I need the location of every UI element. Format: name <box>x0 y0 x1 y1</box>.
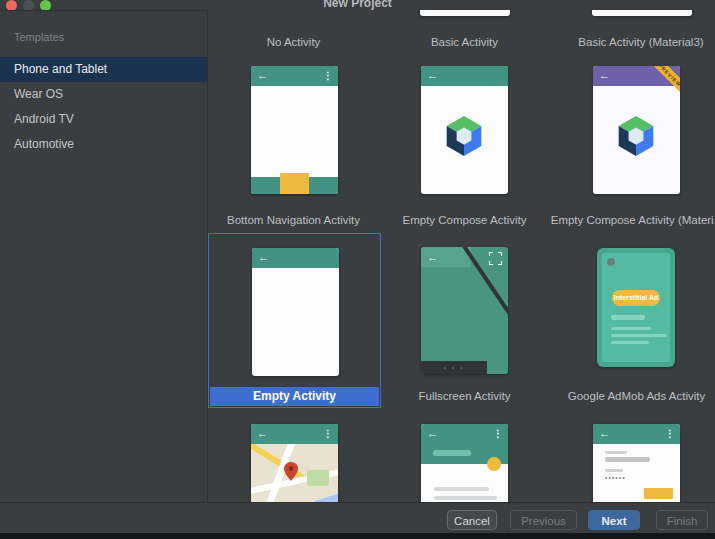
admob-avatar-dot <box>607 258 615 266</box>
bottom-navigation-activity-thumbnail[interactable]: ← ⋮ <box>251 66 338 194</box>
window-title: New Project <box>0 0 715 10</box>
kebab-menu-icon: ⋮ <box>493 427 503 440</box>
placeholder-line <box>605 457 650 462</box>
back-arrow-icon: ← <box>599 427 610 440</box>
minimize-traffic-light-icon[interactable] <box>23 0 34 11</box>
back-arrow-icon: ← <box>257 69 268 82</box>
new-project-dialog: New Project Templates Phone and Tablet W… <box>0 0 715 539</box>
placeholder-line <box>434 487 489 491</box>
empty-compose-activity-material3-thumbnail[interactable]: ← PREVIEW <box>593 66 680 194</box>
back-arrow-icon: ← <box>257 427 268 440</box>
empty-compose-activity-thumbnail[interactable]: ← <box>421 66 508 194</box>
placeholder-line <box>611 315 645 320</box>
finish-button[interactable]: Finish <box>656 510 708 530</box>
zoom-traffic-light-icon[interactable] <box>40 0 51 11</box>
sidebar-header: Templates <box>0 11 207 49</box>
placeholder-line <box>605 451 627 454</box>
close-traffic-light-icon[interactable] <box>6 0 17 11</box>
placeholder-line <box>611 341 649 344</box>
bottom-nav-selected-tab <box>280 173 309 194</box>
admob-screen: Interstitial Ad <box>602 253 670 362</box>
thumbnail-appbar: ← <box>421 66 508 86</box>
sidebar-item-phone-and-tablet[interactable]: Phone and Tablet <box>0 57 207 82</box>
placeholder-line <box>611 334 667 337</box>
template-grid: No Activity Basic Activity Basic Activit… <box>208 10 715 502</box>
templates-sidebar: Templates Phone and Tablet Wear OS Andro… <box>0 11 208 502</box>
cancel-button[interactable]: Cancel <box>447 510 497 530</box>
thumbnail-appbar: ← ⋮ <box>593 424 680 444</box>
template-label-fullscreen-activity[interactable]: Fullscreen Activity <box>379 390 550 402</box>
map-pin-icon <box>284 462 298 482</box>
fullscreen-icon <box>489 252 502 265</box>
kebab-menu-icon: ⋮ <box>665 427 675 440</box>
next-button[interactable]: Next <box>588 510 640 530</box>
title-placeholder-line <box>433 450 471 456</box>
back-arrow-icon: ← <box>427 251 438 264</box>
password-dots: •••••• <box>605 474 626 481</box>
fab-icon <box>487 457 501 471</box>
template-label-basic-activity[interactable]: Basic Activity <box>379 36 550 48</box>
fullscreen-activity-thumbnail[interactable]: ← • • • <box>421 247 508 374</box>
thumbnail-appbar: ← ⋮ <box>251 424 338 444</box>
interstitial-ad-badge: Interstitial Ad <box>612 290 660 306</box>
nav-dots: • • • <box>421 361 487 374</box>
scrolling-activity-thumbnail[interactable]: ← ⋮ <box>421 424 508 502</box>
placeholder-line <box>434 496 497 500</box>
sidebar-item-android-tv[interactable]: Android TV <box>0 107 207 132</box>
empty-activity-selected-cell[interactable]: ← Empty Activity <box>208 233 381 408</box>
selected-template-label[interactable]: Empty Activity <box>210 387 379 406</box>
empty-activity-thumbnail[interactable]: ← <box>252 248 339 376</box>
back-arrow-icon: ← <box>258 251 269 264</box>
back-arrow-icon: ← <box>599 69 610 82</box>
sidebar-item-wear-os[interactable]: Wear OS <box>0 82 207 107</box>
template-label-basic-activity-material3[interactable]: Basic Activity (Material3) <box>551 36 715 48</box>
compose-logo-icon <box>614 114 658 158</box>
template-label-no-activity[interactable]: No Activity <box>208 36 379 48</box>
template-label-empty-compose-activity-material3[interactable]: Empty Compose Activity (Materi... <box>537 214 715 226</box>
placeholder-line <box>605 469 623 472</box>
kebab-menu-icon: ⋮ <box>323 427 333 440</box>
google-maps-activity-thumbnail[interactable]: ← ⋮ <box>251 424 338 502</box>
basic-activity-material3-thumbnail[interactable] <box>592 10 692 16</box>
login-activity-thumbnail[interactable]: ← ⋮ •••••• <box>593 424 680 502</box>
back-arrow-icon: ← <box>427 69 438 82</box>
back-arrow-icon: ← <box>427 427 438 440</box>
login-button-placeholder <box>644 488 673 499</box>
template-label-google-admob-ads-activity[interactable]: Google AdMob Ads Activity <box>551 390 715 402</box>
template-label-bottom-navigation-activity[interactable]: Bottom Navigation Activity <box>208 214 379 226</box>
placeholder-line <box>611 327 651 330</box>
map-image <box>251 444 338 502</box>
basic-activity-thumbnail[interactable] <box>420 10 510 16</box>
thumbnail-appbar: ← ⋮ <box>251 66 338 86</box>
kebab-menu-icon: ⋮ <box>323 69 333 82</box>
compose-logo-icon <box>442 114 486 158</box>
thumbnail-appbar: ← <box>252 248 339 268</box>
window-bottom-edge <box>0 533 715 539</box>
sidebar-item-automotive[interactable]: Automotive <box>0 132 207 157</box>
template-label-empty-compose-activity[interactable]: Empty Compose Activity <box>379 214 550 226</box>
previous-button[interactable]: Previous <box>510 510 577 530</box>
google-admob-ads-activity-thumbnail[interactable]: Interstitial Ad <box>597 248 675 367</box>
